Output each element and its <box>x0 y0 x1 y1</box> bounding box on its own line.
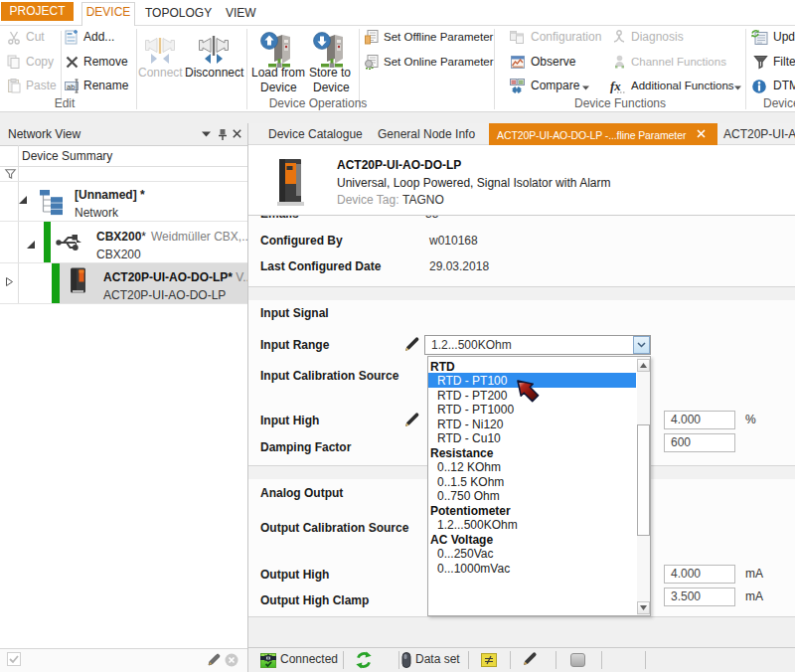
svg-text:ab: ab <box>67 83 75 91</box>
svg-text:fx: fx <box>610 79 621 93</box>
